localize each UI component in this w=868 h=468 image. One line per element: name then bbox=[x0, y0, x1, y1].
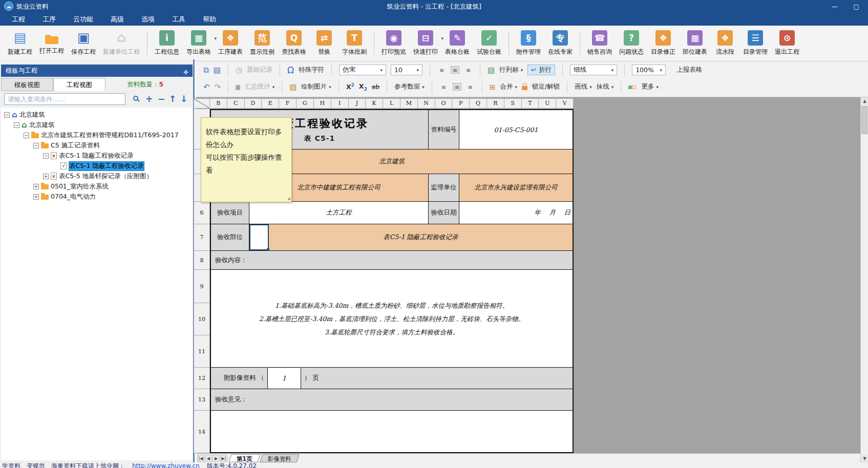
tree-expander-icon[interactable]: − bbox=[43, 153, 49, 159]
halign-right-button[interactable]: ≡ bbox=[466, 83, 475, 91]
column-header-O[interactable]: O bbox=[435, 98, 453, 109]
merge-button[interactable]: 合并 bbox=[500, 82, 518, 91]
tree-item[interactable]: −C5 施工记录资料 bbox=[1, 140, 193, 151]
row-header-6[interactable]: 6 bbox=[194, 202, 210, 224]
toolbar-process-table[interactable]: ❖工序建表 bbox=[215, 30, 246, 56]
column-header-U[interactable]: U bbox=[539, 98, 556, 109]
scroll-up-icon[interactable]: ▲ bbox=[861, 97, 868, 105]
search-input[interactable] bbox=[4, 93, 125, 105]
column-header-D[interactable]: D bbox=[245, 98, 262, 109]
column-header-E[interactable]: E bbox=[262, 98, 279, 109]
minimize-button[interactable]: — bbox=[828, 3, 841, 10]
opinion-value-cell[interactable] bbox=[211, 411, 573, 452]
redo-icon[interactable]: ↷ bbox=[215, 82, 221, 92]
part-label-cell[interactable]: 验收部位 bbox=[211, 224, 249, 250]
row-header-10[interactable]: 10 bbox=[194, 303, 210, 335]
column-header-R[interactable]: R bbox=[487, 98, 504, 109]
row-header-12[interactable]: 12 bbox=[194, 368, 210, 389]
more-button[interactable]: 更多 bbox=[641, 82, 659, 91]
subscript-button[interactable]: X2 bbox=[359, 82, 367, 92]
column-header-P[interactable]: P bbox=[452, 98, 470, 109]
menu-工程[interactable]: 工程 bbox=[3, 13, 34, 26]
toolbar-find-table[interactable]: Q查找表格 bbox=[278, 30, 310, 56]
toolbar-issue-status[interactable]: ?问题状态 bbox=[616, 30, 647, 56]
menu-工具[interactable]: 工具 bbox=[163, 13, 194, 26]
toolbar-print-preview[interactable]: ◉打印预览 bbox=[378, 30, 410, 56]
zoom-select[interactable]: 100% bbox=[632, 65, 666, 75]
valign-top-button[interactable]: ≡ bbox=[437, 66, 446, 74]
toolbar-test-ledger[interactable]: ✓试验台账 bbox=[473, 30, 505, 56]
scroll-thumb[interactable] bbox=[861, 106, 867, 134]
copy-icon[interactable]: ⧉ bbox=[203, 66, 209, 75]
tab-template-view[interactable]: 模板视图 bbox=[1, 78, 53, 91]
superscript-button[interactable]: X2 bbox=[346, 82, 354, 91]
remove-icon[interactable]: − bbox=[158, 94, 165, 104]
tree-item[interactable]: +0501_室内给水系统 bbox=[1, 181, 193, 192]
toolbar-exit-project[interactable]: ⊙退出工程 bbox=[771, 30, 803, 56]
toolbar-font-batch-brush[interactable]: T字体批刷 bbox=[338, 30, 370, 56]
tree-expander-icon[interactable]: + bbox=[43, 174, 49, 179]
website-link[interactable]: http://www.zhuyew.cn bbox=[132, 462, 200, 468]
font-family-select[interactable]: 仿宋 bbox=[339, 65, 386, 75]
toolbar-online-expert[interactable]: 专在线专家 bbox=[544, 30, 576, 56]
row-header-14[interactable]: 14 bbox=[194, 411, 210, 453]
lock-unlock-button[interactable]: 锁定/解锁 bbox=[532, 82, 560, 91]
next-sheet-button[interactable]: ▶ bbox=[213, 455, 220, 462]
tab-project-view[interactable]: 工程视图 bbox=[53, 78, 105, 91]
column-header-S[interactable]: S bbox=[504, 98, 522, 109]
move-down-icon[interactable]: ↓ bbox=[180, 94, 187, 104]
file-no-label-cell[interactable]: 资料编号 bbox=[429, 110, 459, 149]
toolbar-part-table[interactable]: ▦部位建表 bbox=[679, 30, 711, 56]
toolbar-show-example[interactable]: 范显示范例 bbox=[246, 30, 278, 56]
tree-item[interactable]: √表C5-1 隐蔽工程验收记录 bbox=[1, 161, 193, 171]
prev-sheet-button[interactable]: ◀ bbox=[205, 455, 212, 462]
undo-icon[interactable]: ↶ bbox=[203, 82, 210, 92]
last-sheet-button[interactable]: ▶| bbox=[220, 455, 227, 462]
reference-data-button[interactable]: 参考数据 bbox=[394, 82, 425, 91]
item-label-cell[interactable]: 验收项目 bbox=[211, 202, 249, 224]
maximize-button[interactable]: ▢ bbox=[850, 3, 863, 10]
column-header-C[interactable]: C bbox=[227, 98, 245, 109]
toolbar-table-ledger[interactable]: ✎表格台账 bbox=[441, 30, 473, 56]
item-value-cell[interactable]: 土方工程 bbox=[249, 202, 429, 224]
erase-line-button[interactable]: 抹线 bbox=[597, 82, 614, 91]
draw-line-button[interactable]: 画线 bbox=[575, 82, 592, 91]
sheet-corner-cell[interactable] bbox=[194, 98, 210, 109]
tree-expander-icon[interactable]: + bbox=[33, 184, 39, 189]
opinion-label-cell[interactable]: 验收意见： bbox=[211, 389, 573, 410]
date-value-cell[interactable]: 年 月 日 bbox=[459, 202, 573, 224]
column-header-B[interactable]: B bbox=[210, 98, 227, 109]
column-header-F[interactable]: F bbox=[279, 98, 297, 109]
column-header-K[interactable]: K bbox=[366, 98, 383, 109]
column-header-Q[interactable]: Q bbox=[470, 98, 487, 109]
toolbar-project-info[interactable]: i工程信息 bbox=[151, 30, 183, 56]
tree-expander-icon[interactable]: − bbox=[4, 112, 10, 118]
tree-expander-icon[interactable]: − bbox=[14, 122, 19, 128]
menu-高级[interactable]: 高级 bbox=[102, 13, 133, 26]
pin-icon[interactable]: ✜ bbox=[181, 67, 190, 75]
toolbar-attachment-manage[interactable]: §附件管理 bbox=[513, 30, 544, 56]
search-icon[interactable] bbox=[133, 96, 138, 101]
supervisor-name-cell[interactable]: 北京市永兴建设监理有限公司 bbox=[459, 174, 573, 201]
toolbar-flow-section[interactable]: ❖流水段 bbox=[711, 30, 739, 56]
row-header-13[interactable]: 13 bbox=[194, 389, 210, 411]
menu-帮助[interactable]: 帮助 bbox=[194, 13, 225, 26]
column-header-J[interactable]: J bbox=[349, 98, 366, 109]
paste-icon[interactable]: ▤ bbox=[214, 66, 221, 75]
toolbar-catalog-manage[interactable]: ☰目录管理 bbox=[739, 30, 771, 56]
toolbar-export-table[interactable]: ▦▾导出表格 bbox=[183, 30, 215, 56]
wrap-button[interactable]: ↵ 折行 bbox=[527, 65, 555, 75]
column-header-H[interactable]: H bbox=[314, 98, 331, 109]
row-header-9[interactable]: 9 bbox=[194, 270, 210, 303]
menu-工序[interactable]: 工序 bbox=[34, 13, 65, 26]
column-header-T[interactable]: T bbox=[522, 98, 539, 109]
part-value-cell[interactable]: 表C5-1 隐蔽工程验收记录 bbox=[269, 224, 573, 250]
scroll-down-icon[interactable]: ▼ bbox=[861, 455, 868, 462]
tree-item[interactable]: −⌂北京建筑 bbox=[1, 110, 193, 120]
strikethrough-button[interactable]: ab bbox=[372, 83, 380, 91]
tree-item[interactable]: −x表C5-1 隐蔽工程验收记录 bbox=[1, 151, 193, 161]
content-cell[interactable]: 1.基础基底标高为-3.40m，槽底土质为粉砂、细砂层，水位与地质勘察报告相符。… bbox=[211, 270, 573, 368]
move-up-icon[interactable]: ↑ bbox=[169, 94, 176, 104]
content-label-cell[interactable]: 验收内容： bbox=[211, 251, 573, 269]
add-icon[interactable]: + bbox=[145, 94, 153, 104]
